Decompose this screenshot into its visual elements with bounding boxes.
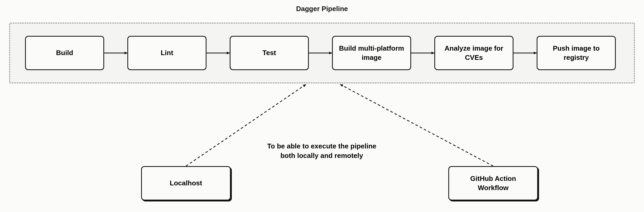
stage-label: Build multi-platform image — [338, 44, 405, 62]
stage-label: Push image to registry — [543, 44, 610, 62]
stage-build-image: Build multi-platform image — [332, 36, 411, 70]
diagram-title: Dagger Pipeline — [0, 5, 644, 13]
stage-lint: Lint — [127, 36, 206, 70]
runner-label: GitHub Action Workflow — [454, 174, 532, 192]
stage-label: Analyze image for CVEs — [440, 44, 507, 62]
stage-label: Lint — [161, 48, 173, 57]
caption-line-1: To be able to execute the pipeline — [267, 142, 376, 150]
runner-github: GitHub Action Workflow — [448, 166, 538, 200]
caption: To be able to execute the pipeline both … — [248, 141, 396, 161]
stage-build: Build — [25, 36, 104, 70]
runner-localhost: Localhost — [141, 166, 231, 200]
stage-label: Build — [56, 48, 73, 57]
caption-line-2: both locally and remotely — [280, 152, 363, 160]
stage-test: Test — [230, 36, 309, 70]
stage-label: Test — [262, 48, 276, 57]
runner-label: Localhost — [170, 179, 202, 188]
stage-analyze: Analyze image for CVEs — [434, 36, 513, 70]
stage-push: Push image to registry — [537, 36, 616, 70]
